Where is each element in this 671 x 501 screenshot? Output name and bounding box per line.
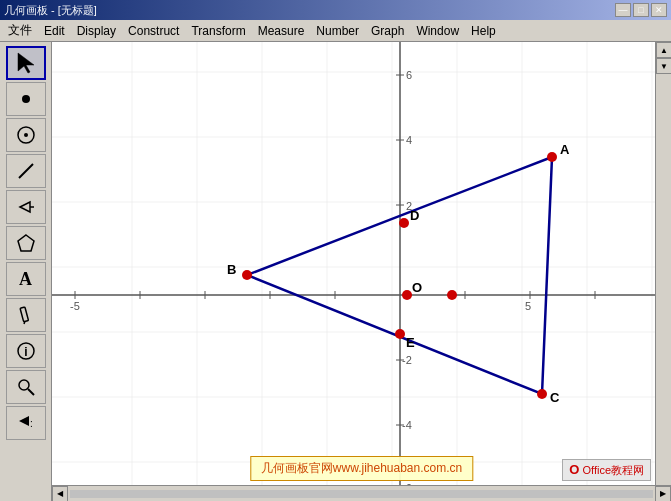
svg-text:5: 5 xyxy=(525,300,531,312)
menu-number[interactable]: Number xyxy=(310,22,365,40)
maximize-button[interactable]: □ xyxy=(633,3,649,17)
menu-edit[interactable]: Edit xyxy=(38,22,71,40)
svg-point-64 xyxy=(399,218,409,228)
office-badge-text: Office教程网 xyxy=(582,464,644,476)
svg-text:-2: -2 xyxy=(402,354,412,366)
menu-file[interactable]: 文件 xyxy=(2,20,38,41)
minimize-button[interactable]: — xyxy=(615,3,631,17)
menu-measure[interactable]: Measure xyxy=(252,22,311,40)
window-chrome: 几何画板 - [无标题] — □ ✕ xyxy=(0,0,671,20)
menubar: 文件 Edit Display Construct Transform Meas… xyxy=(0,20,671,42)
magnify-tool[interactable] xyxy=(6,370,46,404)
scroll-down-button[interactable]: ▼ xyxy=(656,58,671,74)
geometry-canvas: -5 5 6 4 2 -2 -4 -6 xyxy=(52,42,671,501)
svg-point-68 xyxy=(447,290,457,300)
svg-line-13 xyxy=(28,389,34,395)
svg-point-12 xyxy=(19,380,29,390)
toolbar: A i : xyxy=(0,42,52,501)
svg-text:D: D xyxy=(410,208,419,223)
arrow-right-tool[interactable] xyxy=(6,190,46,224)
svg-text:4: 4 xyxy=(406,134,412,146)
text-tool[interactable]: A xyxy=(6,262,46,296)
svg-point-1 xyxy=(22,95,30,103)
window-title: 几何画板 - [无标题] xyxy=(4,3,97,18)
point-tool[interactable] xyxy=(6,82,46,116)
svg-text:C: C xyxy=(550,390,560,405)
office-badge: O Office教程网 xyxy=(562,459,651,481)
menu-window[interactable]: Window xyxy=(410,22,465,40)
svg-text:-4: -4 xyxy=(402,419,412,431)
scrollbar-vertical[interactable]: ▲ ▼ xyxy=(655,42,671,485)
canvas-area[interactable]: -5 5 6 4 2 -2 -4 -6 xyxy=(52,42,671,501)
info-tool[interactable]: i xyxy=(6,334,46,368)
scroll-right-button[interactable]: ▶ xyxy=(655,486,671,502)
marker-tool[interactable] xyxy=(6,298,46,332)
svg-text:-5: -5 xyxy=(70,300,80,312)
menu-graph[interactable]: Graph xyxy=(365,22,410,40)
svg-text:A: A xyxy=(560,142,570,157)
svg-point-69 xyxy=(395,329,405,339)
svg-point-58 xyxy=(547,152,557,162)
compass-tool[interactable] xyxy=(6,118,46,152)
chrome-buttons[interactable]: — □ ✕ xyxy=(615,3,667,17)
more-tools[interactable]: : xyxy=(6,406,46,440)
watermark-banner: 几何画板官网www.jihehuaban.com.cn xyxy=(250,456,473,481)
menu-construct[interactable]: Construct xyxy=(122,22,185,40)
svg-marker-7 xyxy=(18,235,34,251)
scroll-track-h[interactable] xyxy=(70,490,653,498)
svg-line-4 xyxy=(19,164,33,178)
polygon-tool[interactable] xyxy=(6,226,46,260)
svg-point-66 xyxy=(402,290,412,300)
svg-text:O: O xyxy=(412,280,422,295)
svg-line-9 xyxy=(24,321,25,324)
menu-display[interactable]: Display xyxy=(71,22,122,40)
select-tool[interactable] xyxy=(6,46,46,80)
svg-text:E: E xyxy=(406,335,415,350)
straightedge-tool[interactable] xyxy=(6,154,46,188)
svg-rect-8 xyxy=(20,307,28,322)
svg-point-3 xyxy=(24,133,28,137)
svg-text:i: i xyxy=(24,345,27,359)
svg-marker-14 xyxy=(19,416,29,426)
svg-marker-5 xyxy=(20,202,30,212)
scroll-left-button[interactable]: ◀ xyxy=(52,486,68,502)
svg-point-62 xyxy=(537,389,547,399)
scroll-up-button[interactable]: ▲ xyxy=(656,42,671,58)
menu-help[interactable]: Help xyxy=(465,22,502,40)
svg-text:6: 6 xyxy=(406,69,412,81)
watermark-text: 几何画板官网www.jihehuaban.com.cn xyxy=(261,461,462,475)
svg-text:B: B xyxy=(227,262,236,277)
scrollbar-horizontal[interactable]: ◀ ▶ xyxy=(52,485,671,501)
main-layout: A i : xyxy=(0,42,671,501)
svg-text::: : xyxy=(30,418,33,429)
menu-transform[interactable]: Transform xyxy=(185,22,251,40)
close-button[interactable]: ✕ xyxy=(651,3,667,17)
svg-marker-0 xyxy=(18,53,34,73)
svg-point-60 xyxy=(242,270,252,280)
